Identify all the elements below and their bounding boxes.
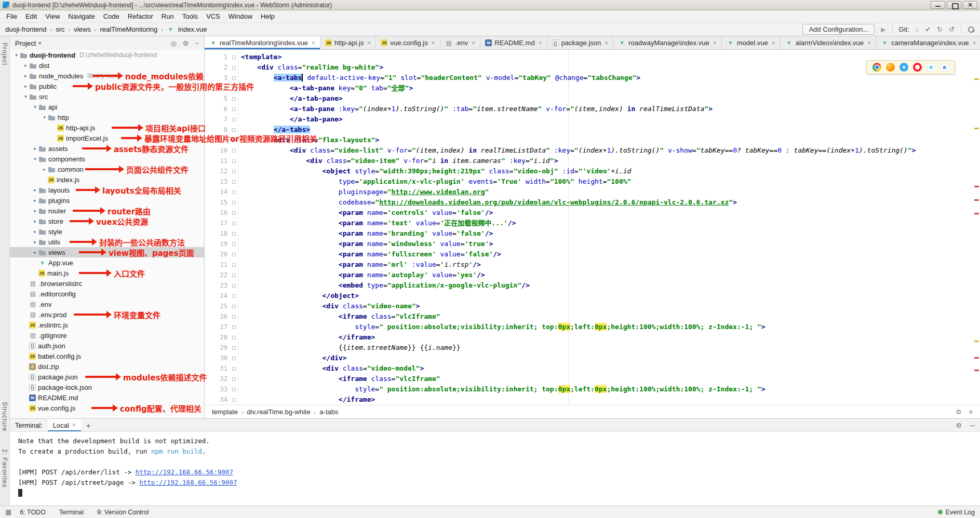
fold-marker-icon[interactable] [232, 159, 236, 163]
hide-panel-icon[interactable]: − [195, 39, 199, 47]
tree-item-gitignore[interactable]: ▤.gitignore [10, 330, 204, 340]
breadcrumb-views[interactable]: views [74, 25, 91, 33]
minimize-button[interactable] [931, 1, 945, 9]
code-editor[interactable]: 1<template>2 <div class="realTime bg-whi… [205, 50, 980, 405]
tool-button-project[interactable]: Project [1, 43, 8, 65]
editor-tab-package-json[interactable]: {}package.json× [547, 36, 614, 49]
fold-marker-icon[interactable] [232, 242, 236, 246]
terminal-tab-local[interactable]: Local × [48, 419, 81, 431]
menu-help[interactable]: Help [257, 11, 279, 22]
tab-close-icon[interactable]: × [867, 39, 871, 47]
ie-browser-icon[interactable]: e [927, 63, 935, 72]
collapse-arrow-icon[interactable]: ▾ [22, 94, 29, 99]
code-line-33[interactable]: 33 style=" position:absolute;visibility:… [205, 384, 980, 394]
fold-marker-icon[interactable] [232, 346, 236, 350]
run-icon[interactable]: ▶ [881, 26, 885, 33]
code-line-22[interactable]: 22 <param name='autoplay' value='yes'/> [205, 270, 980, 280]
gear-icon[interactable]: ⚙ [956, 421, 962, 429]
fold-marker-icon[interactable] [232, 294, 236, 298]
menu-vcs[interactable]: VCS [202, 11, 224, 22]
tool-button-structure[interactable]: Structure [1, 402, 8, 432]
tree-item-src[interactable]: ▾src [10, 91, 204, 102]
fold-marker-icon[interactable] [232, 377, 236, 381]
breadcrumb-duoji-frontend[interactable]: duoji-frontend [5, 25, 47, 33]
maximize-button[interactable] [947, 1, 961, 9]
editor-tab-vue-config-js[interactable]: JSvue.config.js× [376, 36, 440, 49]
expand-arrow-icon[interactable]: ▸ [32, 198, 38, 203]
tab-close-icon[interactable]: × [772, 39, 775, 47]
fold-marker-icon[interactable] [232, 97, 236, 101]
status-9-version-control[interactable]: 9: Version Control [97, 509, 149, 516]
terminal-line-4[interactable]: [HPM] POST /api/order/list -> http://192… [18, 467, 980, 478]
fold-marker-icon[interactable] [232, 284, 236, 288]
safari-browser-icon[interactable] [900, 63, 908, 72]
tree-item-package-lock-json[interactable]: {}package-lock.json [10, 382, 204, 392]
tool-window-switcher-icon[interactable]: ▦ [5, 508, 11, 516]
tree-item-views[interactable]: ▸views [10, 247, 204, 257]
tab-close-icon[interactable]: × [432, 39, 435, 47]
terminal-line-5[interactable]: [HPM] POST /api/street/page -> http://19… [18, 478, 980, 488]
code-line-8[interactable]: 8 </a-tabs> [205, 125, 980, 135]
collapse-arrow-icon[interactable]: ▾ [32, 156, 38, 161]
chrome-browser-icon[interactable] [872, 63, 881, 72]
expand-arrow-icon[interactable]: ▸ [41, 167, 48, 172]
project-panel-title[interactable]: Project [15, 39, 36, 47]
tree-item-http[interactable]: ▾http [10, 112, 204, 122]
code-line-9[interactable]: 9 <div class="flex-layouts"> [205, 135, 980, 145]
code-line-29[interactable]: 29 {{item.streetName}} {{i.name}} [205, 343, 980, 353]
tree-item-eslintrc-js[interactable]: JS.eslintrc.js [10, 320, 204, 330]
fold-marker-icon[interactable] [232, 388, 236, 391]
editor-tab-model-vue[interactable]: ▼model.vue× [722, 36, 781, 49]
fold-marker-icon[interactable] [232, 66, 236, 70]
code-line-14[interactable]: 14 pluginspage="http://www.videolan.org" [205, 187, 980, 197]
new-terminal-icon[interactable]: + [86, 421, 91, 430]
tree-item-env[interactable]: ▤.env [10, 299, 204, 309]
code-line-7[interactable]: 7 </a-tab-pane> [205, 114, 980, 125]
tree-item-store[interactable]: ▸store [10, 216, 204, 226]
terminal-line-3[interactable] [18, 457, 980, 467]
tree-item-assets[interactable]: ▸assets [10, 143, 204, 154]
fold-marker-icon[interactable] [232, 274, 236, 277]
fold-marker-icon[interactable] [232, 76, 236, 80]
terminal-link[interactable]: http://192.168.66.56:9007 [136, 468, 233, 476]
code-line-2[interactable]: 2 <div class="realTime bg-white"> [205, 62, 980, 73]
tree-item-style[interactable]: ▸style [10, 226, 204, 237]
editor-breadcrumb-template[interactable]: template [212, 408, 238, 416]
code-line-13[interactable]: 13 type='application/x-vlc-plugin' event… [205, 176, 980, 187]
menu-refactor[interactable]: Refactor [124, 11, 157, 22]
code-line-28[interactable]: 28 </iframe> [205, 332, 980, 343]
tree-item-components[interactable]: ▾components [10, 154, 204, 164]
edge-browser-icon[interactable]: e [940, 63, 949, 72]
minimize-panel-icon[interactable]: ─ [970, 421, 975, 429]
breadcrumb-realtimemonitoring[interactable]: realTimeMonitoring [100, 25, 157, 33]
code-line-17[interactable]: 17 <param name='text' value='正在加载视频中...'… [205, 218, 980, 228]
tree-item-editorconfig[interactable]: ▤.editorconfig [10, 289, 204, 299]
code-line-20[interactable]: 20 <param name='fullscreen' value='false… [205, 249, 980, 260]
tree-item-browserslistrc[interactable]: ▤.browserslistrc [10, 278, 204, 289]
terminal-link[interactable]: http://192.168.66.56:9007 [139, 479, 237, 486]
fold-marker-icon[interactable] [232, 190, 236, 194]
tree-item-dist[interactable]: ▸dist [10, 60, 204, 71]
code-line-15[interactable]: 15 codebase="http://downloads.videolan.o… [205, 197, 980, 208]
firefox-browser-icon[interactable] [886, 63, 895, 72]
terminal-line-6[interactable] [18, 488, 980, 498]
git-commit-icon[interactable]: ✔ [925, 25, 931, 33]
editor-tab-http-api-js[interactable]: JShttp-api.js× [320, 36, 376, 49]
editor-tab-roadwaymanage-index-vue[interactable]: ▼roadwayManage\index.vue× [613, 36, 721, 49]
menu-file[interactable]: File [2, 11, 21, 22]
tree-item-node-modules[interactable]: ▸node_moduleslibrary root [10, 71, 204, 81]
status-event-log[interactable]: Event Log [938, 509, 975, 516]
fold-marker-icon[interactable] [232, 325, 236, 329]
fold-marker-icon[interactable] [232, 118, 236, 121]
code-line-27[interactable]: 27 style=" position:absolute;visibility:… [205, 322, 980, 332]
opera-browser-icon[interactable] [913, 63, 922, 72]
menu-tools[interactable]: Tools [178, 11, 202, 22]
code-line-30[interactable]: 30 </div> [205, 353, 980, 363]
code-line-32[interactable]: 32 <iframe class="vlcIframe" [205, 374, 980, 384]
code-line-31[interactable]: 31 <div class="video-model"> [205, 363, 980, 374]
fold-marker-icon[interactable] [232, 107, 236, 111]
menu-view[interactable]: View [41, 11, 64, 22]
code-line-16[interactable]: 16 <param name='controls' value='false'/… [205, 208, 980, 218]
git-update-icon[interactable]: ↓ [916, 25, 919, 33]
error-stripe[interactable] [973, 50, 980, 405]
